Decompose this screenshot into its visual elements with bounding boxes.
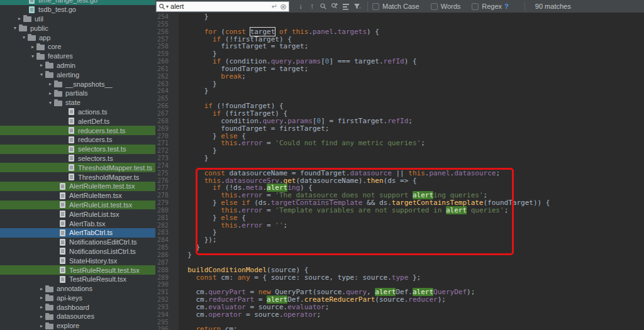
- tree-item-label: annotations: [57, 285, 92, 292]
- tree-file-row[interactable]: TestRuleResult.test.tsx: [0, 265, 155, 275]
- tree-file-row[interactable]: alertDef.ts: [0, 116, 155, 126]
- chevron-down-icon[interactable]: ▾: [11, 25, 19, 31]
- tree-file-row[interactable]: reducers.test.ts: [0, 126, 155, 135]
- chevron-down-icon[interactable]: ▾: [38, 72, 45, 77]
- tree-file-row[interactable]: AlertTabCtrl.ts: [0, 228, 155, 238]
- search-history-dropdown-icon[interactable]: ▾: [166, 4, 169, 9]
- code-line-text: const cm: any = { source: source, type: …: [174, 274, 421, 282]
- tree-folder-row[interactable]: ▸datasources: [0, 312, 155, 321]
- tree-item-label: reducers.ts: [78, 136, 112, 143]
- chevron-right-icon[interactable]: ▸: [29, 44, 36, 50]
- line-number: 279: [155, 199, 174, 207]
- line-number: 265: [155, 95, 174, 102]
- tree-folder-row[interactable]: ▾public: [0, 23, 155, 33]
- clear-icon[interactable]: ⊗: [280, 3, 287, 11]
- words-option[interactable]: Words: [431, 3, 461, 10]
- tree-file-row[interactable]: NotificationsListCtrl.ts: [0, 247, 155, 256]
- chevron-down-icon[interactable]: ▾: [47, 100, 54, 106]
- folder-icon: [54, 82, 62, 87]
- chevron-right-icon[interactable]: ▸: [47, 81, 54, 87]
- line-number: 272: [155, 147, 174, 155]
- file-icon: [60, 229, 65, 236]
- tree-file-row[interactable]: AlertTab.tsx: [0, 219, 155, 228]
- code-line-text: [174, 319, 179, 326]
- tree-folder-row[interactable]: ▾state: [0, 98, 155, 107]
- code-line-text: }: [174, 155, 208, 162]
- chevron-right-icon[interactable]: ▸: [38, 62, 45, 68]
- tree-item-label: core: [48, 43, 61, 50]
- tree-file-row[interactable]: reducers.ts: [0, 135, 155, 145]
- tree-item-label: AlertRuleList.tsx: [69, 211, 119, 218]
- chevron-right-icon[interactable]: ▸: [38, 295, 45, 300]
- chevron-down-icon[interactable]: ▾: [29, 53, 36, 59]
- match-case-checkbox[interactable]: [372, 3, 379, 10]
- tree-item-label: TestRuleResult.tsx: [69, 275, 126, 283]
- line-number: 277: [155, 184, 174, 192]
- file-icon: [69, 127, 74, 134]
- chevron-right-icon[interactable]: ▸: [47, 91, 54, 96]
- code-area: 254 }255256 for (const target of this.pa…: [155, 13, 644, 330]
- tree-item-label: reducers.test.ts: [78, 127, 125, 135]
- tree-item-label: ThresholdMapper.ts: [78, 173, 139, 181]
- tree-item-label: ThresholdMapper.test.ts: [78, 164, 152, 172]
- tree-folder-row[interactable]: ▾alerting: [0, 70, 155, 79]
- tree-folder-row[interactable]: ▸api-keys: [0, 294, 155, 303]
- filter-icon[interactable]: [352, 1, 363, 12]
- match-case-option[interactable]: Match Case: [372, 3, 419, 10]
- regex-help-icon[interactable]: ?: [504, 3, 509, 10]
- search-field[interactable]: ▾ ↵ ⊗: [156, 1, 289, 12]
- tree-item-label: actions.ts: [78, 108, 107, 116]
- chevron-right-icon[interactable]: ▸: [16, 16, 23, 21]
- line-number: 267: [155, 110, 174, 118]
- tree-folder-row[interactable]: ▾features: [0, 52, 155, 61]
- tree-item-label: util: [35, 15, 43, 23]
- tree-file-row[interactable]: AlertRuleItem.test.tsx: [0, 182, 155, 191]
- line-number: 275: [155, 170, 174, 177]
- line-number: 266: [155, 102, 174, 110]
- tree-folder-row[interactable]: ▸annotations: [0, 284, 155, 294]
- editor-surface[interactable]: 254 }255256 for (const target of this.pa…: [155, 13, 644, 330]
- code-line: 273 }: [155, 155, 644, 162]
- tree-folder-row[interactable]: ▸dashboard: [0, 302, 155, 312]
- project-tree[interactable]: time_range_test.gotsdb_test.go▸util▾publ…: [0, 0, 155, 330]
- tree-file-row[interactable]: AlertRuleList.test.tsx: [0, 201, 155, 210]
- tree-folder-row[interactable]: ▸explore: [0, 321, 155, 330]
- highlight-all-icon[interactable]: [318, 1, 329, 12]
- regex-option[interactable]: Regex ?: [472, 3, 509, 10]
- select-all-occurrences-icon[interactable]: [340, 1, 352, 12]
- chevron-right-icon[interactable]: ▸: [38, 323, 45, 329]
- tree-folder-row[interactable]: ▸admin: [0, 61, 155, 70]
- line-number: 295: [155, 319, 174, 326]
- tree-file-row[interactable]: ThresholdMapper.test.ts: [0, 163, 155, 172]
- tree-file-row[interactable]: ThresholdMapper.ts: [0, 172, 155, 182]
- tree-file-row[interactable]: selectors.test.ts: [0, 145, 155, 154]
- tree-folder-row[interactable]: ▸util: [0, 14, 155, 24]
- tree-file-row[interactable]: actions.ts: [0, 107, 155, 117]
- file-icon: [69, 155, 74, 162]
- regex-checkbox[interactable]: [472, 3, 479, 10]
- arrow-up-icon[interactable]: ↑: [306, 1, 318, 12]
- chevron-down-icon[interactable]: ▾: [20, 35, 28, 40]
- tree-file-row[interactable]: TestRuleResult.tsx: [0, 275, 155, 284]
- chevron-right-icon[interactable]: ▸: [38, 286, 45, 292]
- search-input[interactable]: [170, 3, 272, 10]
- chevron-right-icon[interactable]: ▸: [38, 314, 45, 319]
- tree-file-row[interactable]: StateHistory.tsx: [0, 256, 155, 265]
- arrow-down-icon[interactable]: ↓: [295, 1, 306, 12]
- chevron-right-icon[interactable]: ▸: [38, 304, 45, 310]
- words-checkbox[interactable]: [431, 3, 438, 10]
- tree-file-row[interactable]: AlertRuleList.tsx: [0, 209, 155, 219]
- file-icon: [60, 183, 65, 190]
- tree-folder-row[interactable]: ▾app: [0, 33, 155, 42]
- tree-file-row[interactable]: selectors.ts: [0, 154, 155, 163]
- tree-file-row[interactable]: NotificationsEditCtrl.ts: [0, 238, 155, 247]
- add-occurrence-icon[interactable]: [329, 1, 340, 12]
- tree-file-row[interactable]: AlertRuleItem.tsx: [0, 191, 155, 201]
- tree-folder-row[interactable]: ▸core: [0, 42, 155, 52]
- tree-file-row[interactable]: time_range_test.go: [0, 0, 155, 5]
- file-icon: [69, 173, 74, 180]
- tree-item-label: alerting: [57, 71, 79, 79]
- tree-file-row[interactable]: tsdb_test.go: [0, 5, 155, 14]
- tree-folder-row[interactable]: ▸__snapshots__: [0, 79, 155, 89]
- tree-folder-row[interactable]: ▸partials: [0, 89, 155, 98]
